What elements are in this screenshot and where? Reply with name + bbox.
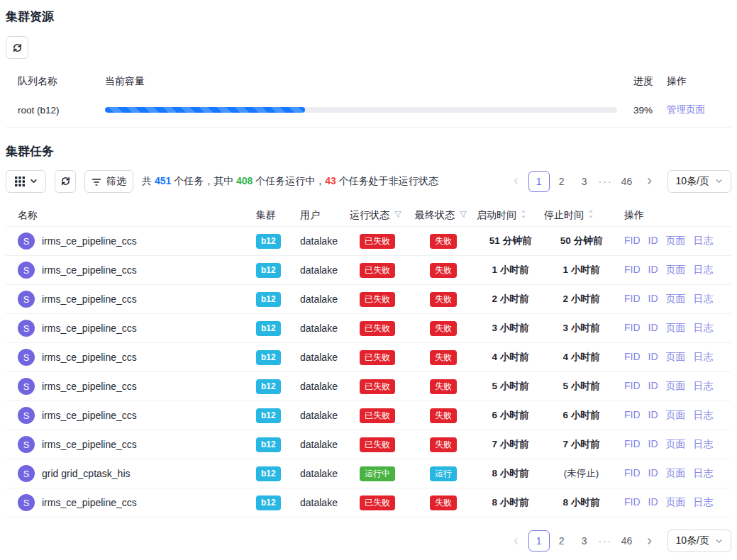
log-link[interactable]: 日志 xyxy=(694,351,714,364)
task-name: irms_ce_pipeline_ccs xyxy=(42,352,137,363)
pagination-page-1[interactable]: 1 xyxy=(528,530,550,551)
pagination-page-46[interactable]: 46 xyxy=(616,530,638,551)
running-task-count: 408 xyxy=(236,175,253,186)
chevron-down-icon xyxy=(30,177,38,185)
fid-link[interactable]: FID xyxy=(624,496,641,509)
pagination-ellipsis[interactable]: ··· xyxy=(597,176,615,187)
final-status-badge: 失败 xyxy=(430,263,457,278)
page-link[interactable]: 页面 xyxy=(666,264,686,276)
task-name: irms_ce_pipeline_ccs xyxy=(42,410,137,421)
id-link[interactable]: ID xyxy=(648,467,658,480)
pagination-next-icon[interactable] xyxy=(639,530,660,551)
log-link[interactable]: 日志 xyxy=(694,380,714,393)
filter-funnel-icon[interactable] xyxy=(394,210,402,221)
final-status-badge: 失败 xyxy=(430,495,457,510)
id-link[interactable]: ID xyxy=(648,351,658,364)
fid-link[interactable]: FID xyxy=(624,380,641,393)
fid-link[interactable]: FID xyxy=(624,438,641,451)
sort-icon[interactable] xyxy=(588,209,594,221)
chevron-down-icon xyxy=(715,537,723,545)
fid-link[interactable]: FID xyxy=(624,322,641,335)
pagination-prev-icon[interactable] xyxy=(506,530,527,551)
pagination-next-icon[interactable] xyxy=(639,171,660,192)
id-link[interactable]: ID xyxy=(648,264,658,276)
progress-bar xyxy=(105,107,617,113)
fid-link[interactable]: FID xyxy=(624,351,641,364)
cluster-header: 集群 xyxy=(256,209,300,222)
task-name: irms_ce_pipeline_ccs xyxy=(42,497,137,508)
pagination-page-3[interactable]: 3 xyxy=(574,530,595,551)
pagination-page-46[interactable]: 46 xyxy=(616,171,638,192)
page-size-value: 10条/页 xyxy=(676,175,709,188)
id-link[interactable]: ID xyxy=(648,409,658,422)
pagination-ellipsis[interactable]: ··· xyxy=(597,535,615,547)
fid-link[interactable]: FID xyxy=(624,409,641,422)
id-link[interactable]: ID xyxy=(648,438,658,451)
pagination-page-2[interactable]: 2 xyxy=(551,171,572,192)
page-size-select[interactable]: 10条/页 xyxy=(667,530,731,552)
log-link[interactable]: 日志 xyxy=(694,496,714,509)
page-link[interactable]: 页面 xyxy=(666,496,686,509)
final-status-badge: 运行 xyxy=(430,466,457,481)
page-link[interactable]: 页面 xyxy=(666,438,686,451)
stop-time-cell: 2 小时前 xyxy=(544,293,619,306)
pagination-bottom-row: 1 2 3 ··· 46 10条/页 xyxy=(6,530,731,552)
id-link[interactable]: ID xyxy=(648,496,658,509)
fid-link[interactable]: FID xyxy=(624,264,641,276)
table-row: S irms_ce_pipeline_ccs b12 datalake 已失败 … xyxy=(6,314,731,343)
page-link[interactable]: 页面 xyxy=(666,351,686,364)
table-row: S grid grid_cptask_his b12 datalake 运行中 … xyxy=(6,459,731,488)
user-header: 用户 xyxy=(300,209,350,222)
refresh-resources-button[interactable] xyxy=(6,36,28,59)
run-status-badge: 已失败 xyxy=(360,495,395,510)
start-time-cell: 5 小时前 xyxy=(477,380,544,393)
page-link[interactable]: 页面 xyxy=(666,380,686,393)
page-link[interactable]: 页面 xyxy=(666,467,686,480)
column-settings-button[interactable] xyxy=(6,170,46,193)
id-link[interactable]: ID xyxy=(648,380,658,393)
log-link[interactable]: 日志 xyxy=(694,235,714,247)
user-cell: datalake xyxy=(300,293,350,305)
start-time-cell: 51 分钟前 xyxy=(477,235,544,247)
start-time-cell: 7 小时前 xyxy=(477,438,544,451)
queue-name-header: 队列名称 xyxy=(6,75,105,88)
name-header: 名称 xyxy=(6,209,256,222)
sort-icon[interactable] xyxy=(521,209,526,221)
id-link[interactable]: ID xyxy=(648,322,658,335)
id-link[interactable]: ID xyxy=(648,293,658,306)
id-link[interactable]: ID xyxy=(648,235,658,247)
pagination-page-3[interactable]: 3 xyxy=(574,171,595,192)
pagination-page-2[interactable]: 2 xyxy=(551,530,572,551)
fid-link[interactable]: FID xyxy=(624,235,641,247)
page-link[interactable]: 页面 xyxy=(666,235,686,247)
page-link[interactable]: 页面 xyxy=(666,322,686,335)
log-link[interactable]: 日志 xyxy=(694,438,714,451)
pagination-prev-icon[interactable] xyxy=(506,171,527,192)
log-link[interactable]: 日志 xyxy=(694,409,714,422)
avatar: S xyxy=(18,320,35,337)
filter-button-label: 筛选 xyxy=(106,175,126,188)
filter-funnel-icon[interactable] xyxy=(459,210,467,221)
page-size-select[interactable]: 10条/页 xyxy=(667,170,731,193)
actions-header: 操作 xyxy=(619,209,731,222)
fid-link[interactable]: FID xyxy=(624,467,641,480)
log-link[interactable]: 日志 xyxy=(694,467,714,480)
manage-page-link[interactable]: 管理页面 xyxy=(667,104,705,115)
cluster-badge: b12 xyxy=(256,495,281,510)
final-status-badge: 失败 xyxy=(430,292,457,307)
page-link[interactable]: 页面 xyxy=(666,409,686,422)
user-cell: datalake xyxy=(300,264,350,276)
page-link[interactable]: 页面 xyxy=(666,293,686,306)
run-status-badge: 已失败 xyxy=(360,292,395,307)
log-link[interactable]: 日志 xyxy=(694,293,714,306)
start-time-header: 启动时间 xyxy=(477,209,544,222)
filter-button[interactable]: 筛选 xyxy=(84,170,133,193)
pagination-page-1[interactable]: 1 xyxy=(528,171,550,192)
cluster-badge: b12 xyxy=(256,408,281,423)
fid-link[interactable]: FID xyxy=(624,293,641,306)
final-status-badge: 失败 xyxy=(430,350,457,365)
log-link[interactable]: 日志 xyxy=(694,264,714,276)
resource-actions-header: 操作 xyxy=(661,75,731,88)
log-link[interactable]: 日志 xyxy=(694,322,714,335)
refresh-tasks-button[interactable] xyxy=(55,170,76,193)
